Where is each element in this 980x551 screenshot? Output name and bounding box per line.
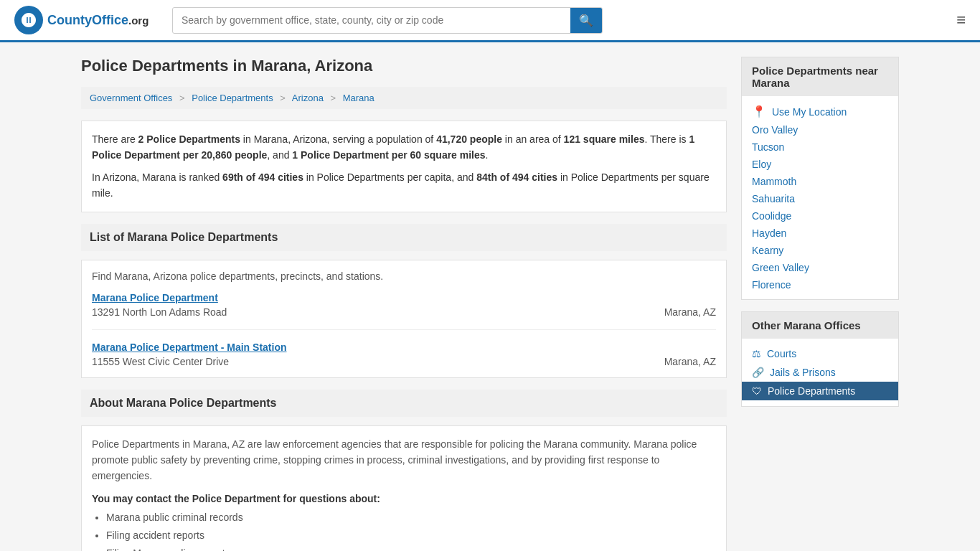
contact-item-1: Marana public criminal records (106, 510, 716, 525)
nearby-kearny[interactable]: Kearny (742, 242, 898, 259)
nearby-link-tucson[interactable]: Tucson (752, 141, 888, 153)
dept-count: 2 Police Departments (138, 133, 240, 145)
breadcrumb-separator-2: > (280, 93, 286, 103)
other-courts-link[interactable]: ⚖ Courts (752, 348, 888, 359)
description-para-1: There are 2 Police Departments in Marana… (92, 131, 716, 164)
dept-city-1: Marana, AZ (664, 306, 716, 318)
jails-label: Jails & Prisons (770, 367, 836, 378)
dept-city-2: Marana, AZ (664, 356, 716, 367)
breadcrumb-separator-1: > (179, 93, 185, 103)
logo-text: CountyOffice.org (47, 13, 149, 28)
nearby-link-hayden[interactable]: Hayden (752, 227, 888, 239)
nearby-list: 📍 Use My Location Oro Valley Tucson Eloy… (742, 96, 898, 299)
other-offices-section: Other Marana Offices ⚖ Courts 🔗 Jails & … (741, 311, 899, 407)
courts-icon: ⚖ (752, 348, 761, 359)
logo: CountyOffice.org (14, 6, 158, 34)
dept-entry-1: Marana Police Department 13291 North Lon… (92, 292, 716, 330)
list-section: Find Marana, Arizona police departments,… (81, 260, 727, 378)
main-content: Police Departments in Marana, Arizona Go… (81, 57, 727, 551)
breadcrumb-government-offices[interactable]: Government Offices (90, 93, 172, 103)
dept-name-2[interactable]: Marana Police Department - Main Station (92, 342, 716, 353)
rank-sqmile: 84th of 494 cities (476, 171, 557, 183)
main-container: Police Departments in Marana, Arizona Go… (67, 42, 913, 551)
breadcrumb: Government Offices > Police Departments … (81, 87, 727, 109)
description-block: There are 2 Police Departments in Marana… (81, 121, 727, 212)
nearby-link-coolidge[interactable]: Coolidge (752, 210, 888, 222)
use-location-link[interactable]: 📍 Use My Location (752, 105, 888, 118)
logo-icon (14, 6, 43, 34)
rank-capita: 69th of 494 cities (222, 171, 303, 183)
nearby-link-eloy[interactable]: Eloy (752, 159, 888, 170)
nearby-link-sahuarita[interactable]: Sahuarita (752, 193, 888, 204)
page-title: Police Departments in Marana, Arizona (81, 57, 727, 75)
description-para-2: In Arizona, Marana is ranked 69th of 494… (92, 169, 716, 202)
area: 121 square miles (564, 133, 645, 145)
other-police[interactable]: 🛡 Police Departments (742, 382, 898, 400)
search-input[interactable] (173, 9, 570, 32)
other-jails-link[interactable]: 🔗 Jails & Prisons (752, 367, 888, 378)
police-icon: 🛡 (752, 385, 762, 397)
nearby-hayden[interactable]: Hayden (742, 225, 898, 242)
breadcrumb-marana[interactable]: Marana (343, 93, 374, 103)
menu-button[interactable]: ≡ (956, 11, 966, 29)
dept-name-1[interactable]: Marana Police Department (92, 292, 716, 303)
other-jails[interactable]: 🔗 Jails & Prisons (742, 363, 898, 382)
nearby-link-florence[interactable]: Florence (752, 279, 888, 291)
nearby-oro-valley[interactable]: Oro Valley (742, 121, 898, 138)
contact-item-3: Filing Marana police reports (106, 546, 716, 551)
dept-entry-2: Marana Police Department - Main Station … (92, 342, 716, 367)
logo-county: CountyOffice (47, 13, 128, 27)
dept-address-1: 13291 North Lon Adams Road (92, 306, 227, 318)
breadcrumb-separator-3: > (331, 93, 336, 103)
nearby-coolidge[interactable]: Coolidge (742, 207, 898, 225)
about-section-header: About Marana Police Departments (81, 390, 727, 417)
nearby-eloy[interactable]: Eloy (742, 156, 898, 173)
other-offices-header: Other Marana Offices (742, 312, 898, 339)
search-bar[interactable]: 🔍 (172, 7, 603, 34)
population: 41,720 people (436, 133, 502, 145)
dept-row-1: 13291 North Lon Adams Road Marana, AZ (92, 306, 716, 318)
jails-icon: 🔗 (752, 367, 764, 378)
search-button[interactable]: 🔍 (570, 8, 602, 33)
about-text: Police Departments in Marana, AZ are law… (92, 436, 716, 484)
hamburger-icon: ≡ (956, 11, 966, 29)
breadcrumb-arizona[interactable]: Arizona (292, 93, 324, 103)
about-contact-list: Marana public criminal records Filing ac… (92, 510, 716, 551)
about-section: Police Departments in Marana, AZ are law… (81, 425, 727, 551)
nearby-sahuarita[interactable]: Sahuarita (742, 190, 898, 207)
nearby-section: Police Departments near Marana 📍 Use My … (741, 57, 899, 300)
police-label: Police Departments (768, 385, 855, 397)
nearby-green-valley[interactable]: Green Valley (742, 259, 898, 276)
other-offices-list: ⚖ Courts 🔗 Jails & Prisons 🛡 Police Depa… (742, 339, 898, 406)
nearby-link-oro-valley[interactable]: Oro Valley (752, 124, 888, 136)
sidebar: Police Departments near Marana 📍 Use My … (741, 57, 899, 551)
nearby-link-kearny[interactable]: Kearny (752, 245, 888, 256)
site-header: CountyOffice.org 🔍 ≡ (0, 0, 980, 42)
use-location-item[interactable]: 📍 Use My Location (742, 102, 898, 121)
contact-item-2: Filing accident reports (106, 528, 716, 543)
dept-address-2: 11555 West Civic Center Drive (92, 356, 229, 367)
nearby-header: Police Departments near Marana (742, 57, 898, 96)
search-icon: 🔍 (579, 14, 593, 27)
nearby-tucson[interactable]: Tucson (742, 138, 898, 156)
nearby-link-mammoth[interactable]: Mammoth (752, 176, 888, 187)
dept-row-2: 11555 West Civic Center Drive Marana, AZ (92, 356, 716, 367)
nearby-florence[interactable]: Florence (742, 276, 898, 293)
list-section-header: List of Marana Police Departments (81, 224, 727, 251)
other-police-link[interactable]: 🛡 Police Departments (752, 385, 888, 397)
use-location-label: Use My Location (772, 106, 847, 118)
breadcrumb-police-departments[interactable]: Police Departments (192, 93, 273, 103)
per-sqmile: 1 Police Department per 60 square miles (292, 149, 485, 161)
about-contact-title: You may contact the Police Department fo… (92, 493, 716, 504)
pin-icon: 📍 (752, 105, 766, 118)
courts-label: Courts (767, 348, 796, 359)
nearby-mammoth[interactable]: Mammoth (742, 173, 898, 190)
nearby-link-green-valley[interactable]: Green Valley (752, 262, 888, 273)
other-courts[interactable]: ⚖ Courts (742, 344, 898, 363)
list-intro: Find Marana, Arizona police departments,… (92, 270, 716, 282)
